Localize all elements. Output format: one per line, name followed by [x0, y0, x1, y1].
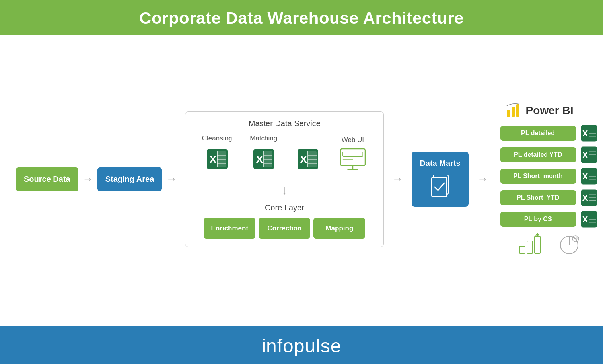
powerbi-row-0: PL detailed X	[500, 124, 598, 142]
mds-extra-excel: _ X	[295, 134, 321, 172]
center-block: Master Data Service Cleansing X	[185, 111, 384, 247]
core-layer-title: Core Layer	[195, 203, 374, 212]
powerbi-row-4: PL by CS X	[500, 210, 598, 228]
mds-web-ui: Web UI	[338, 136, 367, 172]
powerbi-icon	[504, 102, 522, 119]
svg-rect-28	[432, 177, 447, 197]
arrow-datamarts-to-powerbi: →	[473, 173, 492, 185]
pl-detailed-ytd-btn: PL detailed YTD	[500, 147, 576, 162]
pl-detailed-ytd-excel: X	[580, 146, 598, 164]
brand-name: infopulse	[261, 335, 341, 356]
staging-area-box: Staging Area	[97, 167, 162, 191]
pl-short-ytd-btn: PL Short_YTD	[500, 190, 576, 205]
powerbi-row-2: PL Short_month X	[500, 167, 598, 185]
enrichment-box: Enrichment	[204, 218, 255, 239]
mds-items: Cleansing X	[195, 134, 374, 172]
svg-rect-63	[527, 241, 533, 253]
svg-rect-30	[512, 107, 515, 117]
svg-rect-29	[507, 110, 510, 117]
powerbi-row-3: PL Short_YTD X	[500, 189, 598, 207]
svg-rect-64	[535, 236, 540, 253]
arrow-down: ↓	[185, 180, 383, 197]
core-layer-section: Core Layer Enrichment Correction Mapping	[185, 197, 383, 247]
mds-matching-label: Matching	[250, 134, 277, 142]
pl-short-month-excel: X	[580, 167, 598, 185]
mapping-box: Mapping	[313, 218, 365, 239]
pl-short-month-btn: PL Short_month	[500, 169, 576, 184]
page-header: Corporate Data Warehouse Architecture	[0, 0, 603, 35]
core-items: Enrichment Correction Mapping	[195, 218, 374, 239]
svg-text:X: X	[582, 214, 588, 224]
mds-webui-label: Web UI	[342, 136, 364, 144]
diagram-area: Source Data → Staging Area → Master Data…	[0, 40, 603, 318]
pl-detailed-btn: PL detailed	[500, 126, 576, 141]
data-marts-block: Data Marts	[412, 152, 468, 207]
mds-cleansing-label: Cleansing	[202, 134, 232, 142]
powerbi-section: Power BI PL detailed X PL deta	[500, 102, 598, 256]
powerbi-label: Power BI	[526, 104, 574, 117]
arrow-center-to-datamarts: →	[388, 173, 407, 185]
arrow-source-to-staging: →	[78, 173, 97, 185]
svg-rect-21	[340, 148, 365, 165]
data-marts-label: Data Marts	[420, 159, 460, 168]
pl-short-ytd-excel: X	[580, 189, 598, 207]
pl-by-cs-excel: X	[580, 210, 598, 228]
powerbi-header: Power BI	[500, 102, 598, 119]
svg-text:X: X	[300, 153, 307, 165]
svg-rect-62	[519, 246, 525, 253]
mds-section: Master Data Service Cleansing X	[185, 112, 383, 180]
pl-detailed-excel: X	[580, 124, 598, 142]
bottom-chart-icons	[500, 232, 598, 256]
svg-text:X: X	[209, 153, 217, 165]
pie-chart-icon	[557, 232, 581, 256]
matching-excel-icon: X	[251, 146, 276, 172]
mds-matching: Matching X	[250, 134, 277, 172]
mds-cleansing: Cleansing X	[202, 134, 232, 172]
arrow-staging-to-center: →	[162, 173, 181, 185]
powerbi-rows: PL detailed X PL detailed YTD	[500, 124, 598, 228]
pl-by-cs-btn: PL by CS	[500, 212, 576, 227]
cleansing-excel-icon: X	[204, 146, 230, 172]
bar-chart-icon	[517, 232, 545, 256]
svg-text:X: X	[582, 193, 588, 203]
data-marts-icon	[426, 172, 454, 200]
svg-text:X: X	[582, 171, 588, 181]
extra-excel-icon: X	[295, 146, 321, 172]
svg-rect-22	[343, 152, 363, 156]
svg-text:X: X	[582, 150, 588, 160]
svg-text:X: X	[256, 153, 263, 165]
source-data-group: Source Data → Staging Area →	[16, 167, 181, 191]
svg-rect-31	[516, 104, 519, 117]
source-data-box: Source Data	[16, 167, 78, 191]
correction-box: Correction	[259, 218, 310, 239]
svg-text:X: X	[582, 128, 588, 138]
footer: infopulse	[0, 326, 603, 364]
monitor-icon	[338, 148, 367, 172]
mds-title: Master Data Service	[195, 119, 374, 128]
page-title: Corporate Data Warehouse Architecture	[0, 9, 603, 28]
powerbi-row-1: PL detailed YTD X	[500, 146, 598, 164]
